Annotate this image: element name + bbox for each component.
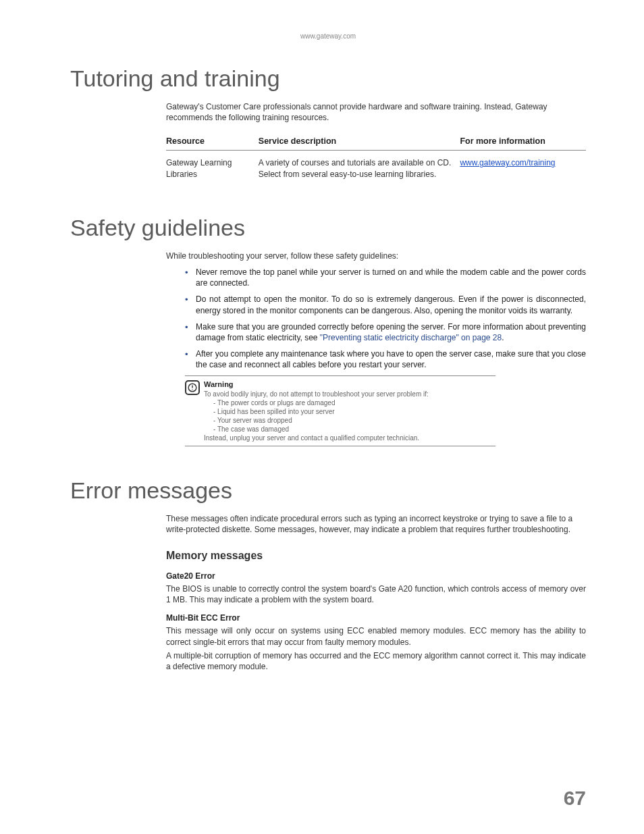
gate20-body: The BIOS is unable to correctly control … <box>166 583 586 605</box>
warning-lead: To avoid bodily injury, do not attempt t… <box>204 390 495 398</box>
safety-bullets: Never remove the top panel while your se… <box>166 267 586 371</box>
multibit-body1: This message will only occur on systems … <box>166 625 586 647</box>
list-item: Make sure that you are grounded correctl… <box>185 321 586 343</box>
cell-link: www.gateway.com/training <box>460 151 586 184</box>
errors-intro: These messages often indicate procedural… <box>166 513 586 535</box>
header-url: www.gateway.com <box>70 32 586 40</box>
resources-table: Resource Service description For more in… <box>166 132 586 183</box>
list-item: After you complete any maintenance task … <box>185 348 586 370</box>
list-item: Never remove the top panel while your se… <box>185 267 586 288</box>
warning-item: - The power cords or plugs are damaged <box>204 398 495 407</box>
heading-memory-messages: Memory messages <box>166 550 586 562</box>
th-moreinfo: For more information <box>460 132 586 151</box>
warning-title: Warning <box>204 380 495 389</box>
static-discharge-link[interactable]: "Preventing static electricity discharge… <box>320 333 502 342</box>
warning-item: - The case was damaged <box>204 425 495 434</box>
warning-item: - Your server was dropped <box>204 416 495 425</box>
table-row: Gateway Learning Libraries A variety of … <box>166 151 586 184</box>
training-link[interactable]: www.gateway.com/training <box>460 158 555 167</box>
safety-intro: While troubleshooting your server, follo… <box>166 251 586 261</box>
cell-desc: A variety of courses and tutorials are a… <box>259 151 460 184</box>
heading-multibit: Multi-Bit ECC Error <box>166 613 586 623</box>
warning-item: - Liquid has been spilled into your serv… <box>204 407 495 416</box>
bullet3-post: . <box>502 333 504 342</box>
svg-point-2 <box>192 390 192 390</box>
warning-icon <box>185 380 200 395</box>
list-item: Do not attempt to open the monitor. To d… <box>185 294 586 315</box>
th-service: Service description <box>259 132 460 151</box>
warning-tail: Instead, unplug your server and contact … <box>204 434 495 442</box>
warning-content: Warning To avoid bodily injury, do not a… <box>204 380 495 442</box>
page-number: 67 <box>564 787 586 810</box>
th-resource: Resource <box>166 132 259 151</box>
heading-safety: Safety guidelines <box>70 215 586 241</box>
table-header-row: Resource Service description For more in… <box>166 132 586 151</box>
cell-resource: Gateway Learning Libraries <box>166 151 259 184</box>
tutoring-intro: Gateway's Customer Care professionals ca… <box>166 101 586 123</box>
multibit-body2: A multiple-bit corruption of memory has … <box>166 650 586 672</box>
heading-errors: Error messages <box>70 477 586 504</box>
heading-gate20: Gate20 Error <box>166 571 586 581</box>
warning-box: Warning To avoid bodily injury, do not a… <box>185 375 495 446</box>
heading-tutoring: Tutoring and training <box>70 66 586 92</box>
